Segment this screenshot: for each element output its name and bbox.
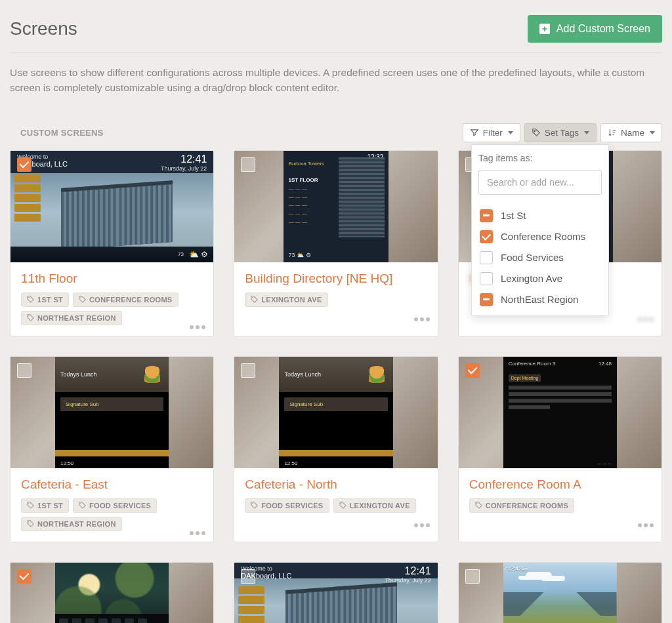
select-checkbox[interactable] (241, 363, 255, 378)
screen-card[interactable]: 12:42AM (458, 562, 662, 624)
screen-title[interactable]: Cafeteria - North (245, 477, 427, 492)
select-checkbox[interactable] (465, 569, 480, 584)
card-body: Cafeteria - NorthFOOD SERVICESLEXINGTON … (234, 468, 437, 534)
tag-option-label: 1st St (501, 210, 526, 221)
tag-search-input[interactable] (478, 170, 602, 195)
tag-chip[interactable]: FOOD SERVICES (73, 498, 157, 513)
popup-label: Tag items as: (478, 153, 602, 163)
caret-down-icon (650, 131, 655, 134)
screen-title[interactable]: Building Directory [NE HQ] (245, 271, 427, 286)
tag-option-checkbox[interactable] (480, 209, 493, 222)
tag-list: 1ST STCONFERENCE ROOMSNORTHEAST REGION (21, 292, 203, 325)
tag-option-checkbox[interactable] (480, 251, 493, 264)
sort-icon (608, 128, 617, 137)
screen-card[interactable]: Welcome toDAKboard, LLC 12:41Thursday, J… (10, 150, 214, 336)
plus-icon: + (539, 24, 550, 34)
card-body: 11th Floor1ST STCONFERENCE ROOMSNORTHEAS… (10, 262, 213, 336)
tag-option[interactable]: NorthEast Region (478, 289, 602, 310)
screen-card[interactable]: Welcome toDAKboard, LLC 12:41Thursday, J… (234, 562, 438, 624)
tag-chip[interactable]: FOOD SERVICES (245, 498, 329, 513)
tag-chip[interactable]: 1ST ST (21, 498, 69, 513)
add-button-label: Add Custom Screen (556, 23, 650, 35)
toolbar: Filter Set Tags Name (463, 123, 662, 142)
tag-chip[interactable]: NORTHEAST REGION (21, 311, 122, 325)
tag-list: FOOD SERVICESLEXINGTON AVE (245, 498, 427, 513)
set-tags-button[interactable]: Set Tags (524, 123, 597, 142)
more-menu-icon[interactable] (414, 523, 430, 527)
tag-option[interactable]: Lexington Ave (478, 268, 602, 289)
section-label: CUSTOM SCREENS (10, 128, 104, 138)
more-menu-icon[interactable] (190, 531, 205, 535)
screen-title[interactable]: Cafeteria - East (21, 477, 203, 492)
screen-thumbnail[interactable]: 12:32 Budova Towers1ST FLOOR— — —— — —— … (234, 151, 437, 262)
card-body: Cafeteria - East1ST STFOOD SERVICESNORTH… (10, 468, 213, 542)
set-tags-popup: Tag items as: 1st StConference RoomsFood… (471, 144, 609, 316)
filter-label: Filter (483, 128, 503, 138)
filter-button[interactable]: Filter (463, 123, 520, 142)
tag-chip[interactable]: NORTHEAST REGION (21, 517, 122, 531)
tag-chip[interactable]: LEXINGTON AVE (333, 498, 416, 513)
caret-down-icon (584, 131, 589, 134)
svg-point-0 (534, 131, 535, 132)
sort-button[interactable]: Name (600, 123, 662, 142)
tag-list: 1ST STFOOD SERVICESNORTHEAST REGION (21, 498, 203, 531)
tag-option-label: NorthEast Region (501, 294, 578, 305)
page-description: Use screens to show different configurat… (10, 65, 662, 96)
more-menu-icon[interactable] (638, 523, 654, 527)
tag-option[interactable]: Conference Rooms (478, 226, 602, 247)
screen-card[interactable]: Todays Lunch Signature Sub 12:50 Cafeter… (10, 356, 214, 542)
select-checkbox[interactable] (17, 363, 32, 378)
tag-icon (532, 128, 541, 137)
screen-thumbnail[interactable]: Welcome toDAKboard, LLC 12:41Thursday, J… (234, 563, 437, 624)
more-menu-icon[interactable] (638, 317, 654, 321)
select-checkbox[interactable] (465, 363, 480, 378)
tag-option[interactable]: Food Services (478, 247, 602, 268)
tag-list: LEXINGTON AVE (245, 292, 427, 307)
caret-down-icon (508, 131, 513, 134)
screen-thumbnail[interactable]: Welcome toDAKboard, LLC 12:41Thursday, J… (10, 151, 213, 262)
screen-title[interactable]: 11th Floor (21, 271, 203, 286)
screen-card[interactable]: Todays Lunch Signature Sub 12:50 Cafeter… (234, 356, 438, 542)
more-menu-icon[interactable] (414, 317, 430, 321)
tag-list: CONFERENCE ROOMS (469, 498, 651, 513)
screen-card[interactable]: Conference Room 312:48 Dept Meeting — — … (458, 356, 662, 542)
screen-thumbnail[interactable]: Todays Lunch Signature Sub 12:50 (10, 357, 213, 468)
tag-option-label: Lexington Ave (501, 273, 562, 284)
tag-option[interactable]: 1st St (478, 205, 602, 226)
screen-thumbnail[interactable]: 12:42AM (459, 563, 662, 624)
tag-chip[interactable]: CONFERENCE ROOMS (73, 292, 178, 307)
tag-option-checkbox[interactable] (480, 293, 493, 306)
screen-thumbnail[interactable] (10, 563, 213, 624)
select-checkbox[interactable] (241, 157, 255, 172)
tag-option-checkbox[interactable] (480, 272, 493, 285)
add-custom-screen-button[interactable]: + Add Custom Screen (528, 15, 662, 43)
tag-option-label: Food Services (501, 252, 564, 263)
card-body: Building Directory [NE HQ]LEXINGTON AVE (234, 262, 437, 328)
screen-thumbnail[interactable]: Conference Room 312:48 Dept Meeting — — … (459, 357, 662, 468)
select-checkbox[interactable] (17, 569, 32, 584)
filter-icon (470, 128, 479, 137)
tag-chip[interactable]: CONFERENCE ROOMS (469, 498, 574, 513)
tag-chip[interactable]: 1ST ST (21, 292, 69, 307)
screen-title[interactable]: Conference Room A (469, 477, 651, 492)
select-checkbox[interactable] (17, 157, 32, 172)
screen-card[interactable] (10, 562, 214, 624)
screen-thumbnail[interactable]: Todays Lunch Signature Sub 12:50 (234, 357, 437, 468)
page-title: Screens (10, 18, 77, 39)
select-checkbox[interactable] (241, 569, 255, 584)
tag-option-checkbox[interactable] (480, 230, 493, 243)
screen-card[interactable]: 12:32 Budova Towers1ST FLOOR— — —— — —— … (234, 150, 438, 336)
more-menu-icon[interactable] (190, 325, 205, 329)
sort-label: Name (621, 128, 644, 138)
card-body: Conference Room ACONFERENCE ROOMS (459, 468, 662, 534)
tag-chip[interactable]: LEXINGTON AVE (245, 292, 327, 307)
tag-option-label: Conference Rooms (501, 231, 585, 242)
set-tags-label: Set Tags (545, 128, 579, 138)
